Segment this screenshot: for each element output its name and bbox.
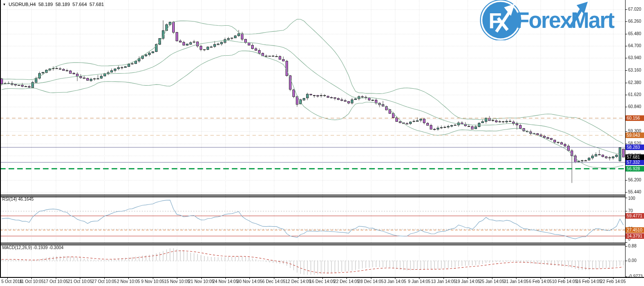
level-price-label: 59.043 xyxy=(626,132,644,138)
level-price-label: 58.283 xyxy=(626,145,644,150)
macd-tick-label: -0.9773 xyxy=(628,274,643,279)
time-tick-label: 21 Oct 10:05 xyxy=(68,279,92,284)
time-tick-label: 2 Nov 10:05 xyxy=(117,279,140,284)
symbol-period-label: USDRUB,H4 xyxy=(9,2,36,7)
logo-text-mart: Mart xyxy=(571,8,615,33)
time-tick-label: 25 Jan 14:05 xyxy=(480,279,504,284)
time-tick-label: 6 Feb 14:05 xyxy=(529,279,552,284)
symbol-header: ▼ USDRUB,H4 58.189 58.189 57.664 57.681 xyxy=(3,2,104,7)
price-tick-label: 61.620 xyxy=(628,92,641,97)
ohlc-open: 58.189 xyxy=(39,2,53,7)
time-tick-label: 27 Oct 10:05 xyxy=(92,279,116,284)
rsi-level-label: 59.4771 xyxy=(626,213,644,219)
macd-indicator-label: MACD(12,26,9) -0.1939 -0.3004 xyxy=(2,245,64,250)
time-tick-label: 3 Jan 14:05 xyxy=(384,279,406,284)
level-price-label: 56.928 xyxy=(626,166,644,172)
price-tick-label: 62.380 xyxy=(628,80,641,85)
level-price-label: 60.156 xyxy=(626,115,644,121)
time-tick-label: 16 Feb 14:05 xyxy=(576,279,601,284)
price-tick-label: 63.940 xyxy=(628,55,641,60)
rsi-level-label: 27.4510 xyxy=(626,227,644,233)
logo-text-forex: Forex xyxy=(516,8,572,33)
price-tick-label: 63.160 xyxy=(628,68,641,73)
rsi-level-label: 14.3791 xyxy=(626,233,644,239)
time-tick-label: 28 Dec 14:05 xyxy=(358,279,384,284)
fx-circle-icon: F xyxy=(480,0,521,40)
ohlc-close: 57.681 xyxy=(89,2,104,7)
time-tick-label: 11 Oct 10:05 xyxy=(19,279,44,284)
price-tick-label: 56.200 xyxy=(628,178,641,183)
chart-canvas[interactable] xyxy=(0,0,644,286)
time-tick-label: 13 Jan 14:05 xyxy=(431,279,456,284)
rsi-tick-label: 100 xyxy=(628,196,635,201)
time-tick-label: 31 Jan 14:05 xyxy=(504,279,529,284)
time-tick-label: 22 Dec 14:05 xyxy=(334,279,359,284)
svg-text:Forex: Forex xyxy=(516,8,572,33)
time-tick-label: 16 Dec 14:05 xyxy=(310,279,335,284)
time-tick-label: 6 Dec 14:05 xyxy=(262,279,286,284)
price-tick-label: 60.840 xyxy=(628,104,641,109)
time-tick-label: 24 Nov 14:05 xyxy=(213,279,238,284)
time-tick-label: 19 Jan 14:05 xyxy=(455,279,480,284)
price-tick-label: 55.440 xyxy=(628,190,641,195)
time-tick-label: 15 Nov 10:05 xyxy=(164,279,190,284)
level-price-label: 57.332 xyxy=(626,160,644,165)
time-tick-label: 21 Nov 10:05 xyxy=(188,279,214,284)
time-tick-label: 22 Feb 14:05 xyxy=(601,279,626,284)
time-tick-label: 9 Jan 14:05 xyxy=(408,279,430,284)
ohlc-low: 57.664 xyxy=(73,2,87,7)
forexmart-logo: F Forex Mart xyxy=(477,0,643,42)
time-tick-label: 10 Feb 14:05 xyxy=(552,279,577,284)
macd-tick-label: 0.88 xyxy=(628,244,636,249)
rsi-indicator-label: RSI(14) 46.1645 xyxy=(2,197,33,202)
time-tick-label: 9 Nov 10:05 xyxy=(141,279,164,284)
chart-window: ▼ USDRUB,H4 58.189 58.189 57.664 57.681 … xyxy=(0,0,644,286)
chevron-down-icon[interactable]: ▼ xyxy=(3,3,6,6)
svg-text:Mart: Mart xyxy=(571,8,615,33)
time-tick-label: 17 Oct 10:05 xyxy=(43,279,68,284)
price-tick-label: 64.700 xyxy=(628,43,641,48)
time-tick-label: 12 Dec 14:05 xyxy=(286,279,311,284)
ohlc-high: 58.189 xyxy=(55,2,70,7)
macd-tick-label: 0.00 xyxy=(628,258,636,263)
time-tick-label: 30 Nov 14:05 xyxy=(237,279,263,284)
current-price-label: 57.681 xyxy=(626,154,644,160)
